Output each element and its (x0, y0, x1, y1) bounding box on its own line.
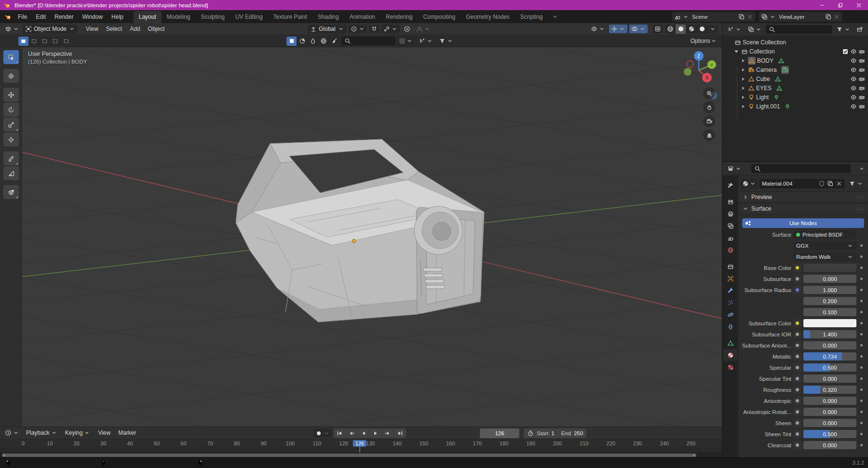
chevron-right-icon[interactable] (740, 103, 746, 110)
tool-scale-button[interactable] (3, 118, 19, 132)
material-name-field[interactable]: Material.004 (760, 179, 845, 188)
box-toggle-button[interactable] (286, 37, 297, 46)
disable-render-icon[interactable] (858, 85, 865, 92)
sss-method-dropdown[interactable]: Random Walk (793, 253, 856, 261)
copy-icon[interactable] (827, 180, 834, 187)
timeline-editor-type-button[interactable] (3, 428, 21, 437)
tab-tool-button[interactable] (723, 179, 737, 191)
chevron-right-icon[interactable] (740, 67, 746, 73)
shield-icon[interactable] (818, 180, 825, 187)
value-slider[interactable]: 0.000 (803, 397, 856, 405)
end-frame-value[interactable]: 250 (574, 430, 583, 436)
hide-eye-icon[interactable] (850, 103, 857, 110)
animate-dot[interactable] (858, 267, 864, 269)
tab-physics-button[interactable] (723, 308, 737, 321)
close-x-icon[interactable] (746, 13, 753, 20)
visibility-dropdown[interactable] (589, 25, 607, 33)
input-socket-button[interactable] (793, 352, 801, 361)
value-slider[interactable]: 0.320 (803, 386, 856, 394)
outliner-filter-dropdown[interactable] (834, 25, 853, 34)
preview-panel-header[interactable]: Preview ∷∷ (738, 191, 868, 203)
viewport-menu-view[interactable]: View (82, 24, 102, 34)
playhead-line[interactable] (359, 446, 360, 453)
tab-layout[interactable]: Layout (134, 11, 162, 23)
auto-keyframe-button[interactable] (313, 429, 332, 438)
chevron-right-icon[interactable] (740, 57, 746, 64)
disable-render-icon[interactable] (858, 57, 865, 64)
chevron-right-icon[interactable] (740, 85, 746, 92)
input-socket-button[interactable] (793, 286, 801, 294)
use-nodes-button[interactable]: Use Nodes (742, 218, 864, 228)
jump-start-button[interactable] (334, 428, 346, 438)
timeline-scrollbar[interactable] (2, 454, 696, 457)
navigation-gizmo[interactable]: Z Y X (678, 49, 720, 91)
value-slider[interactable]: 0.000 (803, 441, 856, 449)
input-socket-button[interactable] (793, 374, 801, 383)
tab-object-data-button[interactable] (723, 337, 737, 349)
outliner-row-eyes[interactable]: EYES (722, 83, 868, 93)
tab-output-button[interactable] (723, 208, 737, 220)
blender-menu-button[interactable] (3, 13, 14, 21)
animate-dot[interactable] (858, 377, 864, 380)
tab-animation[interactable]: Animation (344, 11, 380, 23)
tool-transform-button[interactable] (3, 133, 19, 147)
material-browse-dropdown[interactable] (741, 179, 758, 188)
tab-constraints-button[interactable] (723, 321, 737, 333)
tab-material-button[interactable] (723, 349, 737, 361)
input-socket-button[interactable] (793, 264, 801, 272)
select-mode-select-invert[interactable] (50, 37, 61, 46)
wireframe-shading-button[interactable] (665, 25, 676, 34)
funnel-filter-dropdown[interactable] (437, 37, 455, 45)
outliner-row-light-001[interactable]: Light.001 (722, 102, 868, 111)
hide-eye-icon[interactable] (850, 57, 857, 64)
input-socket-button[interactable] (793, 386, 801, 394)
solid-shading-button[interactable] (676, 25, 686, 34)
close-button[interactable] (850, 0, 868, 10)
menu-render[interactable]: Render (50, 12, 78, 22)
falloff-dropdown[interactable] (414, 25, 433, 33)
tab-scripting[interactable]: Scripting (515, 11, 548, 23)
ortho-grid-button[interactable] (703, 129, 715, 141)
timeline-menu-marker[interactable]: Marker (114, 428, 140, 438)
vector-value-field[interactable]: 1.000 (803, 286, 856, 294)
input-socket-button[interactable] (793, 419, 801, 427)
animate-dot[interactable] (858, 344, 864, 347)
close-x-icon[interactable] (833, 13, 840, 20)
select-mode-select-intersect[interactable] (61, 37, 71, 46)
animate-dot[interactable] (858, 400, 864, 402)
current-frame-field[interactable]: 126 (480, 428, 519, 438)
animate-dot[interactable] (858, 444, 864, 446)
tab-particles-button[interactable] (723, 296, 737, 308)
animate-dot[interactable] (858, 388, 864, 391)
proportional-toggle[interactable] (402, 25, 412, 33)
tab-object-button[interactable] (723, 272, 737, 284)
tab-modifiers-button[interactable] (723, 284, 737, 296)
prev-keyframe-button[interactable] (346, 428, 358, 438)
overlays-toggle[interactable] (629, 25, 648, 33)
chevron-down-icon[interactable] (858, 165, 865, 172)
chevron-down-icon[interactable] (733, 48, 740, 55)
droplet-toggle-button[interactable] (308, 37, 318, 46)
value-slider[interactable]: 0.000 (803, 408, 856, 416)
timeline-menu-playback[interactable]: Playback (22, 428, 61, 438)
chevron-right-icon[interactable] (740, 94, 746, 101)
snap-toggle[interactable] (369, 25, 380, 33)
tab-uv-editing[interactable]: UV Editing (230, 11, 268, 23)
swatch-dropdown[interactable] (397, 37, 415, 45)
outliner-row-scene-collection[interactable]: Scene Collection (722, 38, 868, 47)
timeline-ruler[interactable]: 0102030405060708090100110120130140150160… (0, 440, 722, 449)
tool-cursor-button[interactable] (3, 69, 19, 83)
playhead-frame-badge[interactable]: 126 (353, 440, 366, 447)
animate-dot[interactable] (858, 366, 864, 369)
disable-render-icon[interactable] (858, 48, 865, 55)
viewport-menu-object[interactable]: Object (144, 24, 169, 34)
tool-move-button[interactable] (3, 88, 19, 102)
animate-dot[interactable] (858, 333, 864, 335)
panel-drag-handle[interactable]: ∷∷ (857, 206, 864, 212)
options-dropdown[interactable]: Options (691, 38, 717, 44)
input-socket-button[interactable] (793, 341, 801, 349)
outliner-row-light[interactable]: Light (722, 93, 868, 102)
tool-search-input[interactable] (341, 37, 395, 45)
material-shading-button[interactable] (686, 25, 697, 34)
disable-render-icon[interactable] (858, 67, 865, 73)
